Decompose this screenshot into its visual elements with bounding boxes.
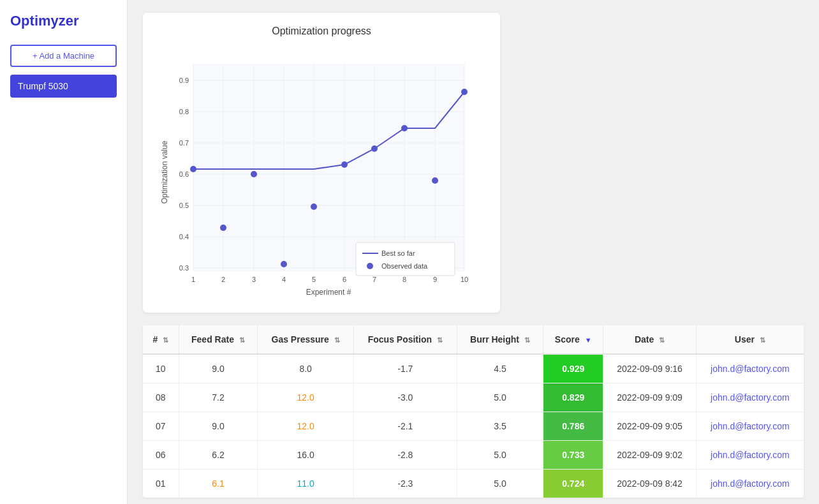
table-header-row: # ⇅ Feed Rate ⇅ Gas Pressure ⇅ Focus Pos… [143, 325, 804, 354]
data-point-1 [190, 166, 196, 172]
y-tick-4: 0.7 [179, 139, 189, 147]
cell-user: john.d@factory.com [696, 470, 804, 498]
cell-gas-pressure: 16.0 [258, 441, 353, 470]
col-header-num[interactable]: # ⇅ [143, 325, 179, 354]
x-axis-label: Experiment # [306, 288, 351, 297]
score-badge: 0.786 [543, 412, 603, 440]
sort-icon-feed-rate: ⇅ [239, 336, 245, 345]
sort-icon-burr-height: ⇅ [524, 336, 530, 345]
x-tick-9: 9 [433, 276, 437, 283]
y-tick-0: 0.3 [179, 264, 189, 272]
cell-num: 08 [143, 383, 179, 412]
cell-date: 2022-09-09 9:02 [603, 441, 696, 470]
data-point-4 [281, 261, 287, 267]
x-tick-3: 3 [252, 276, 256, 283]
cell-burr-height: 4.5 [457, 354, 543, 383]
table-row: 01 6.1 11.0 -2.3 5.0 0.724 2022-09-09 8:… [143, 470, 804, 498]
data-point-7 [371, 145, 378, 152]
cell-date: 2022-09-09 8:42 [603, 470, 696, 498]
data-point-5 [311, 204, 317, 210]
y-tick-5: 0.8 [179, 108, 189, 115]
col-header-burr-height[interactable]: Burr Height ⇅ [457, 325, 543, 354]
cell-gas-pressure: 12.0 [258, 412, 353, 441]
chart-container: Optimization progress Optimization value… [143, 13, 500, 313]
cell-date: 2022-09-09 9:16 [603, 354, 696, 383]
cell-user: john.d@factory.com [696, 354, 804, 383]
legend-dot-icon [367, 263, 373, 269]
cell-date: 2022-09-09 9:05 [603, 412, 696, 441]
table-row: 07 9.0 12.0 -2.1 3.5 0.786 2022-09-09 9:… [143, 412, 804, 441]
sort-icon-gas-pressure: ⇅ [334, 336, 340, 345]
col-header-feed-rate[interactable]: Feed Rate ⇅ [179, 325, 258, 354]
cell-score: 0.929 [543, 354, 603, 383]
optimization-chart: Optimization value 0.3 0.4 0.5 0.6 0.7 0… [158, 45, 483, 300]
cell-user: john.d@factory.com [696, 441, 804, 470]
table-row: 10 9.0 8.0 -1.7 4.5 0.929 2022-09-09 9:1… [143, 354, 804, 383]
cell-focus-position: -2.3 [353, 470, 457, 498]
score-badge: 0.929 [543, 355, 603, 383]
cell-focus-position: -2.1 [353, 412, 457, 441]
data-point-2 [220, 225, 226, 231]
data-point-8 [401, 125, 408, 131]
legend-line-label: Best so far [381, 249, 415, 257]
col-header-gas-pressure[interactable]: Gas Pressure ⇅ [258, 325, 353, 354]
cell-burr-height: 3.5 [457, 412, 543, 441]
y-axis-label: Optimization value [160, 140, 169, 204]
table-body: 10 9.0 8.0 -1.7 4.5 0.929 2022-09-09 9:1… [143, 354, 804, 498]
score-badge: 0.829 [543, 383, 603, 411]
y-tick-3: 0.6 [179, 170, 189, 178]
x-tick-6: 6 [343, 276, 346, 283]
cell-score: 0.733 [543, 441, 603, 470]
sort-icon-date: ⇅ [659, 336, 665, 345]
cell-num: 01 [143, 470, 179, 498]
x-tick-5: 5 [312, 276, 316, 283]
chart-title: Optimization progress [158, 26, 485, 37]
col-header-user[interactable]: User ⇅ [696, 325, 804, 354]
data-point-6 [341, 161, 348, 168]
score-badge: 0.724 [543, 470, 603, 498]
col-header-focus-position[interactable]: Focus Position ⇅ [353, 325, 457, 354]
table-row: 06 6.2 16.0 -2.8 5.0 0.733 2022-09-09 9:… [143, 441, 804, 470]
cell-burr-height: 5.0 [457, 470, 543, 498]
x-tick-10: 10 [461, 276, 468, 283]
cell-focus-position: -3.0 [353, 383, 457, 412]
cell-gas-pressure: 11.0 [258, 470, 353, 498]
cell-gas-pressure: 8.0 [258, 354, 353, 383]
cell-feed-rate: 6.1 [179, 470, 258, 498]
sort-icon-user: ⇅ [760, 336, 765, 345]
cell-gas-pressure: 12.0 [258, 383, 353, 412]
sidebar: Optimyzer + Add a Machine Trumpf 5030 [0, 0, 128, 504]
data-point-3 [251, 171, 257, 177]
x-tick-8: 8 [402, 276, 406, 283]
col-header-date[interactable]: Date ⇅ [603, 325, 696, 354]
main-content: Optimization progress Optimization value… [128, 0, 819, 504]
score-badge: 0.733 [543, 441, 603, 469]
legend-box [356, 242, 455, 276]
x-tick-2: 2 [221, 276, 225, 283]
cell-burr-height: 5.0 [457, 383, 543, 412]
add-machine-button[interactable]: + Add a Machine [10, 45, 117, 67]
sort-icon-focus-position: ⇅ [437, 336, 443, 345]
cell-score: 0.724 [543, 470, 603, 498]
table-container: # ⇅ Feed Rate ⇅ Gas Pressure ⇅ Focus Pos… [143, 325, 804, 498]
cell-num: 10 [143, 354, 179, 383]
cell-burr-height: 5.0 [457, 441, 543, 470]
x-tick-1: 1 [191, 276, 195, 283]
sort-icon-score: ▼ [585, 336, 592, 344]
cell-date: 2022-09-09 9:09 [603, 383, 696, 412]
y-tick-2: 0.5 [179, 202, 189, 209]
cell-user: john.d@factory.com [696, 383, 804, 412]
cell-user: john.d@factory.com [696, 412, 804, 441]
cell-score: 0.829 [543, 383, 603, 412]
machine-item-trumpf[interactable]: Trumpf 5030 [10, 75, 117, 98]
sort-icon-num: ⇅ [163, 336, 168, 345]
col-header-score[interactable]: Score ▼ [543, 325, 603, 354]
cell-feed-rate: 6.2 [179, 441, 258, 470]
data-point-9 [432, 177, 438, 184]
legend-dot-label: Observed data [381, 262, 428, 270]
y-tick-6: 0.9 [179, 77, 189, 84]
cell-score: 0.786 [543, 412, 603, 441]
cell-feed-rate: 7.2 [179, 383, 258, 412]
cell-num: 07 [143, 412, 179, 441]
cell-feed-rate: 9.0 [179, 354, 258, 383]
